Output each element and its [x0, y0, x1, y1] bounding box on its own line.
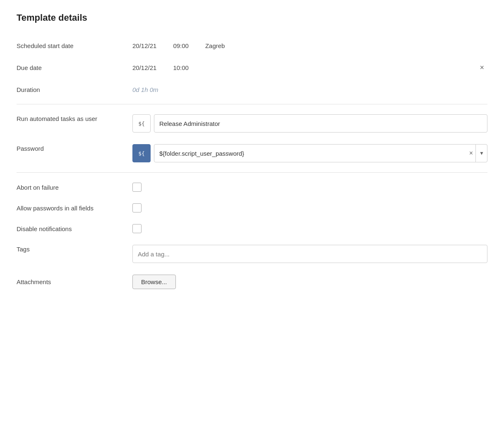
attachments-browse-button[interactable]: Browse... — [132, 275, 176, 289]
abort-on-failure-row: Abort on failure — [17, 177, 487, 198]
password-actions: × ▼ — [467, 144, 487, 162]
scheduled-start-date-timezone: Zagreb — [205, 42, 225, 49]
allow-passwords-checkbox[interactable] — [132, 203, 142, 212]
password-var-button[interactable]: ${ — [132, 144, 151, 162]
tags-label: Tags — [17, 245, 124, 253]
scheduled-start-date-time: 09:00 — [173, 42, 189, 49]
attachments-row: Attachments Browse... — [17, 269, 487, 295]
password-clear-button[interactable]: × — [467, 150, 475, 157]
page-title: Template details — [17, 12, 487, 23]
password-input[interactable] — [154, 144, 487, 162]
run-as-user-var-button[interactable]: ${ — [132, 114, 151, 133]
duration-row: Duration 0d 1h 0m — [17, 80, 487, 100]
password-input-area: ${ × ▼ — [132, 144, 487, 162]
template-details-container: Template details Scheduled start date 20… — [0, 0, 504, 444]
disable-notifications-row: Disable notifications — [17, 218, 487, 239]
allow-passwords-row: Allow passwords in all fields — [17, 198, 487, 218]
disable-notifications-checkbox-wrapper — [132, 224, 142, 233]
password-dropdown-button[interactable]: ▼ — [475, 144, 487, 162]
allow-passwords-label: Allow passwords in all fields — [17, 204, 124, 212]
allow-passwords-checkbox-wrapper — [132, 203, 142, 212]
password-label: Password — [17, 144, 124, 153]
attachments-label: Attachments — [17, 278, 124, 286]
disable-notifications-checkbox[interactable] — [132, 224, 142, 233]
abort-on-failure-checkbox-wrapper — [132, 183, 142, 192]
run-as-user-row: Run automated tasks as user ${ — [17, 109, 487, 138]
scheduled-start-date-row: Scheduled start date 20/12/21 09:00 Zagr… — [17, 36, 487, 56]
scheduled-start-date-values: 20/12/21 09:00 Zagreb — [132, 42, 225, 49]
password-input-wrapper: × ▼ — [154, 144, 487, 162]
disable-notifications-label: Disable notifications — [17, 224, 124, 233]
duration-label: Duration — [17, 85, 124, 94]
section-divider-2 — [17, 172, 487, 173]
scheduled-start-date-date: 20/12/21 — [132, 42, 156, 49]
abort-on-failure-label: Abort on failure — [17, 183, 124, 192]
run-as-user-label: Run automated tasks as user — [17, 114, 124, 123]
section-divider-1 — [17, 104, 487, 104]
due-date-date: 20/12/21 — [132, 64, 156, 71]
run-as-user-input[interactable] — [154, 114, 487, 133]
password-row: Password ${ × ▼ — [17, 138, 487, 168]
due-date-row: Due date 20/12/21 10:00 × — [17, 56, 487, 80]
due-date-clear-button[interactable]: × — [476, 62, 487, 74]
scheduled-start-date-label: Scheduled start date — [17, 41, 124, 50]
run-as-user-input-area: ${ — [132, 114, 487, 133]
due-date-values: 20/12/21 10:00 — [132, 64, 468, 71]
due-date-label: Due date — [17, 63, 124, 72]
due-date-time: 10:00 — [173, 64, 189, 71]
duration-value: 0d 1h 0m — [132, 86, 158, 93]
tags-input[interactable] — [132, 245, 487, 263]
abort-on-failure-checkbox[interactable] — [132, 183, 142, 192]
tags-row: Tags — [17, 239, 487, 269]
